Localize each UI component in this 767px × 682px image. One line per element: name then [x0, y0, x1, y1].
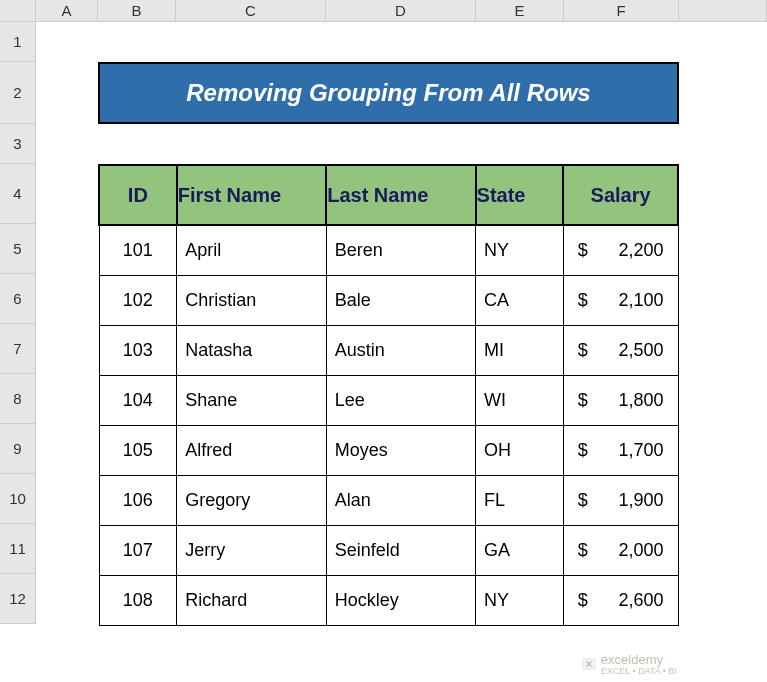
cell-last-name[interactable]: Seinfeld: [326, 525, 475, 575]
cell-first-name[interactable]: Jerry: [177, 525, 326, 575]
page-title: Removing Grouping From All Rows: [98, 62, 679, 124]
cell-first-name[interactable]: April: [177, 225, 326, 275]
content-area: Removing Grouping From All Rows ID First…: [98, 22, 679, 626]
cell-salary[interactable]: $1,900: [563, 475, 678, 525]
salary-amount: 2,600: [618, 590, 663, 611]
cell-state[interactable]: FL: [476, 475, 564, 525]
row-header-7[interactable]: 7: [0, 324, 36, 374]
col-header-extra[interactable]: [679, 0, 767, 22]
header-state[interactable]: State: [476, 165, 564, 225]
row-header-11[interactable]: 11: [0, 524, 36, 574]
cell-last-name[interactable]: Bale: [326, 275, 475, 325]
cell-first-name[interactable]: Christian: [177, 275, 326, 325]
col-header-b[interactable]: B: [98, 0, 176, 22]
cell-id[interactable]: 102: [99, 275, 177, 325]
row-headers-col: 1 2 3 4 5 6 7 8 9 10 11 12: [0, 22, 36, 624]
cell-state[interactable]: CA: [476, 275, 564, 325]
cell-last-name[interactable]: Moyes: [326, 425, 475, 475]
row-header-12[interactable]: 12: [0, 574, 36, 624]
table-row[interactable]: 105AlfredMoyesOH$1,700: [99, 425, 678, 475]
spreadsheet: A B C D E F 1 2 3 4 5 6 7 8 9 10 11 12 R…: [0, 0, 767, 624]
cell-state[interactable]: NY: [476, 575, 564, 625]
cell-salary[interactable]: $2,600: [563, 575, 678, 625]
watermark: exceldemy EXCEL • DATA • BI: [581, 652, 677, 676]
header-salary[interactable]: Salary: [563, 165, 678, 225]
salary-amount: 2,200: [618, 240, 663, 261]
table-header-row: ID First Name Last Name State Salary: [99, 165, 678, 225]
cell-first-name[interactable]: Richard: [177, 575, 326, 625]
cell-last-name[interactable]: Austin: [326, 325, 475, 375]
salary-amount: 1,800: [618, 390, 663, 411]
header-id[interactable]: ID: [99, 165, 177, 225]
table-row[interactable]: 108RichardHockleyNY$2,600: [99, 575, 678, 625]
currency-symbol: $: [578, 490, 588, 511]
currency-symbol: $: [578, 440, 588, 461]
table-row[interactable]: 104ShaneLeeWI$1,800: [99, 375, 678, 425]
col-header-c[interactable]: C: [176, 0, 326, 22]
cell-salary[interactable]: $1,800: [563, 375, 678, 425]
cell-first-name[interactable]: Alfred: [177, 425, 326, 475]
row-header-2[interactable]: 2: [0, 62, 36, 124]
row-header-6[interactable]: 6: [0, 274, 36, 324]
select-all-corner[interactable]: [0, 0, 36, 22]
currency-symbol: $: [578, 390, 588, 411]
salary-amount: 1,900: [618, 490, 663, 511]
col-header-e[interactable]: E: [476, 0, 564, 22]
row-header-3[interactable]: 3: [0, 124, 36, 164]
cell-salary[interactable]: $2,100: [563, 275, 678, 325]
cell-id[interactable]: 104: [99, 375, 177, 425]
cell-state[interactable]: WI: [476, 375, 564, 425]
col-header-f[interactable]: F: [564, 0, 679, 22]
cell-last-name[interactable]: Lee: [326, 375, 475, 425]
currency-symbol: $: [578, 340, 588, 361]
cell-state[interactable]: MI: [476, 325, 564, 375]
currency-symbol: $: [578, 540, 588, 561]
cell-salary[interactable]: $2,200: [563, 225, 678, 275]
table-row[interactable]: 101AprilBerenNY$2,200: [99, 225, 678, 275]
cell-id[interactable]: 107: [99, 525, 177, 575]
salary-amount: 2,100: [618, 290, 663, 311]
row-header-4[interactable]: 4: [0, 164, 36, 224]
cell-id[interactable]: 103: [99, 325, 177, 375]
table-row[interactable]: 103NatashaAustinMI$2,500: [99, 325, 678, 375]
row-header-1[interactable]: 1: [0, 22, 36, 62]
grid-area[interactable]: Removing Grouping From All Rows ID First…: [36, 22, 767, 624]
cell-last-name[interactable]: Alan: [326, 475, 475, 525]
table-row[interactable]: 102ChristianBaleCA$2,100: [99, 275, 678, 325]
row-header-10[interactable]: 10: [0, 474, 36, 524]
watermark-text: exceldemy: [601, 652, 663, 667]
cell-id[interactable]: 108: [99, 575, 177, 625]
cell-id[interactable]: 106: [99, 475, 177, 525]
table-row[interactable]: 107JerrySeinfeldGA$2,000: [99, 525, 678, 575]
watermark-sub: EXCEL • DATA • BI: [601, 667, 677, 676]
cell-state[interactable]: GA: [476, 525, 564, 575]
column-headers-row: A B C D E F: [0, 0, 767, 22]
cell-id[interactable]: 101: [99, 225, 177, 275]
cell-last-name[interactable]: Hockley: [326, 575, 475, 625]
cell-id[interactable]: 105: [99, 425, 177, 475]
row-header-8[interactable]: 8: [0, 374, 36, 424]
cell-state[interactable]: NY: [476, 225, 564, 275]
excel-icon: [581, 656, 597, 672]
col-header-a[interactable]: A: [36, 0, 98, 22]
row-header-5[interactable]: 5: [0, 224, 36, 274]
currency-symbol: $: [578, 240, 588, 261]
cell-first-name[interactable]: Shane: [177, 375, 326, 425]
cell-first-name[interactable]: Gregory: [177, 475, 326, 525]
row-header-9[interactable]: 9: [0, 424, 36, 474]
cell-last-name[interactable]: Beren: [326, 225, 475, 275]
data-table: ID First Name Last Name State Salary 101…: [98, 164, 679, 626]
cell-salary[interactable]: $2,000: [563, 525, 678, 575]
salary-amount: 2,500: [618, 340, 663, 361]
currency-symbol: $: [578, 590, 588, 611]
cell-salary[interactable]: $1,700: [563, 425, 678, 475]
cell-first-name[interactable]: Natasha: [177, 325, 326, 375]
header-first-name[interactable]: First Name: [177, 165, 326, 225]
cell-salary[interactable]: $2,500: [563, 325, 678, 375]
cell-state[interactable]: OH: [476, 425, 564, 475]
col-header-d[interactable]: D: [326, 0, 476, 22]
currency-symbol: $: [578, 290, 588, 311]
header-last-name[interactable]: Last Name: [326, 165, 475, 225]
table-row[interactable]: 106GregoryAlanFL$1,900: [99, 475, 678, 525]
salary-amount: 1,700: [618, 440, 663, 461]
